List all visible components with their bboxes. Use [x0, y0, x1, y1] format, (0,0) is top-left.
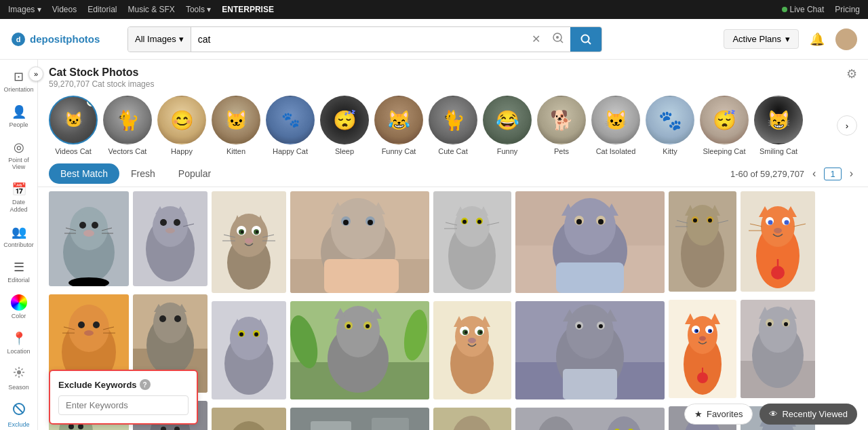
sidebar-expand-button[interactable]: »: [28, 66, 43, 81]
notifications-button[interactable]: 🔔: [807, 29, 827, 50]
category-kitty[interactable]: 🐾 Kitty: [646, 96, 694, 155]
nav-tools[interactable]: Tools ▾: [186, 5, 211, 14]
category-funny[interactable]: 😂 Funny: [483, 96, 532, 155]
active-plans-label: Active Plans: [732, 34, 781, 44]
sidebar-item-editorial[interactable]: ☰ Editorial: [1, 256, 37, 288]
exclude-icon: [12, 402, 26, 419]
image-card-holding-2[interactable]: [515, 191, 665, 293]
category-circle-sleep: 😴: [320, 96, 369, 144]
svg-rect-168: [556, 262, 624, 293]
image-card-gray-holding[interactable]: [741, 300, 815, 398]
current-page[interactable]: 1: [824, 168, 841, 180]
logo-icon: d: [11, 32, 26, 47]
svg-point-172: [566, 305, 614, 359]
search-button[interactable]: [570, 27, 601, 52]
sidebar-item-contributor[interactable]: 👥 Contributor: [1, 220, 37, 253]
logo-text: depositphotos: [30, 33, 100, 45]
sidebar-label-season: Season: [8, 384, 29, 391]
search-type-button[interactable]: All Images ▾: [128, 27, 191, 52]
sidebar-item-season[interactable]: Season: [1, 362, 37, 395]
exclude-keywords-input[interactable]: [58, 395, 189, 415]
nav-images[interactable]: Images ▾: [8, 5, 41, 14]
category-happy[interactable]: 😊 Happy: [157, 96, 206, 155]
visual-search-icon[interactable]: [546, 31, 570, 47]
image-card-orange-2[interactable]: [741, 191, 815, 292]
image-card-cat-plant[interactable]: [290, 301, 429, 399]
category-circle-happy-cat: 🐾: [266, 96, 315, 144]
category-circle-sleeping-cat: 😴: [700, 96, 749, 144]
sidebar-item-location[interactable]: 📍 Location: [1, 327, 37, 359]
category-videos-cat[interactable]: 🐱 Videos Cat: [49, 96, 98, 155]
category-kitten[interactable]: 🐱 Kitten: [212, 96, 260, 155]
category-smiling-cat[interactable]: 😸 Smiling Cat: [754, 96, 803, 155]
help-icon[interactable]: ?: [140, 379, 151, 390]
image-card-longhair[interactable]: [433, 408, 511, 430]
image-card-holding-1[interactable]: [290, 191, 429, 293]
page-subtitle: 59,270,707 Cat stock images: [49, 79, 154, 89]
image-card-1[interactable]: [49, 191, 129, 286]
tab-popular[interactable]: Popular: [167, 163, 222, 184]
svg-rect-125: [311, 421, 351, 430]
category-label-videos-cat: Videos Cat: [55, 147, 92, 155]
nav-enterprise[interactable]: ENTERPRISE: [222, 5, 274, 14]
svg-point-150: [468, 338, 476, 343]
category-sleep[interactable]: 😴 Sleep: [320, 96, 369, 155]
category-label-cat-isolated: Cat Isolated: [596, 147, 636, 155]
svg-point-7: [17, 370, 21, 374]
search-input[interactable]: [191, 34, 526, 45]
live-chat[interactable]: Live Chat: [782, 5, 825, 14]
category-pets[interactable]: 🐕 Pets: [537, 96, 586, 155]
nav-editorial[interactable]: Editorial: [87, 5, 117, 14]
category-cat-isolated[interactable]: 🐱 Cat Isolated: [591, 96, 640, 155]
tab-fresh[interactable]: Fresh: [119, 163, 167, 184]
nav-music[interactable]: Music & SFX: [128, 5, 175, 14]
image-card-cartoon-2[interactable]: [433, 301, 511, 399]
svg-rect-126: [372, 418, 409, 430]
image-card-cartoon[interactable]: [212, 191, 286, 293]
image-card-4[interactable]: [133, 191, 208, 286]
nav-videos[interactable]: Videos: [52, 5, 77, 14]
category-funny-cat[interactable]: 😹 Funny Cat: [374, 96, 423, 155]
svg-point-80: [245, 238, 253, 243]
sidebar-label-contributor: Contributor: [3, 241, 34, 249]
image-card-room-cat[interactable]: [290, 408, 429, 430]
favorites-label: Favorites: [707, 409, 743, 419]
active-plans-button[interactable]: Active Plans ▾: [724, 29, 799, 49]
image-card-gray-cat[interactable]: [212, 301, 286, 399]
category-happy-cat[interactable]: 🐾 Happy Cat: [266, 96, 315, 155]
bottom-buttons: ★ Favorites 👁 Recently Viewed: [684, 404, 857, 425]
sidebar-item-date-added[interactable]: 📅 Date Added: [1, 178, 37, 218]
image-card-tabby[interactable]: [212, 408, 286, 430]
category-circle-happy: 😊: [157, 96, 206, 144]
category-vectors-cat[interactable]: 🐈 Vectors Cat: [103, 96, 152, 155]
image-card-sitting-cat[interactable]: [433, 191, 511, 293]
category-sleeping-cat[interactable]: 😴 Sleeping Cat: [700, 96, 749, 155]
image-card-orange-cartoon[interactable]: [669, 300, 736, 398]
recently-viewed-button[interactable]: 👁 Recently Viewed: [760, 404, 857, 425]
sidebar-item-people[interactable]: 👤 People: [1, 100, 37, 133]
image-card-holding-3[interactable]: [515, 301, 665, 399]
tab-best-match[interactable]: Best Match: [49, 163, 119, 184]
image-card-tabby-2[interactable]: [669, 191, 736, 292]
next-page-button[interactable]: ›: [846, 166, 857, 181]
sidebar-item-point-of-view[interactable]: ◎ Point of View: [1, 136, 37, 176]
category-label-vectors-cat: Vectors Cat: [108, 147, 147, 155]
category-label-happy: Happy: [171, 147, 193, 155]
svg-rect-180: [515, 408, 665, 430]
clear-search-icon[interactable]: ✕: [526, 33, 546, 45]
svg-point-176: [599, 324, 603, 328]
pricing-link[interactable]: Pricing: [835, 5, 860, 14]
page-title-area: Cat Stock Photos 59,270,707 Cat stock im…: [49, 66, 154, 89]
avatar[interactable]: [835, 28, 857, 50]
top-nav-right: Live Chat Pricing: [782, 5, 860, 14]
category-cute-cat[interactable]: 🐈 Cute Cat: [429, 96, 477, 155]
category-circle-pets: 🐕: [537, 96, 586, 144]
prev-page-button[interactable]: ‹: [808, 166, 820, 181]
settings-icon[interactable]: ⚙: [846, 66, 857, 81]
sidebar-item-exclude[interactable]: Exclude: [1, 398, 37, 430]
favorites-button[interactable]: ★ Favorites: [684, 404, 753, 425]
sidebar-item-color[interactable]: Color: [1, 290, 37, 324]
category-label-happy-cat: Happy Cat: [273, 147, 308, 155]
categories-next-button[interactable]: ›: [837, 115, 857, 136]
image-card-kittens[interactable]: [515, 408, 665, 430]
